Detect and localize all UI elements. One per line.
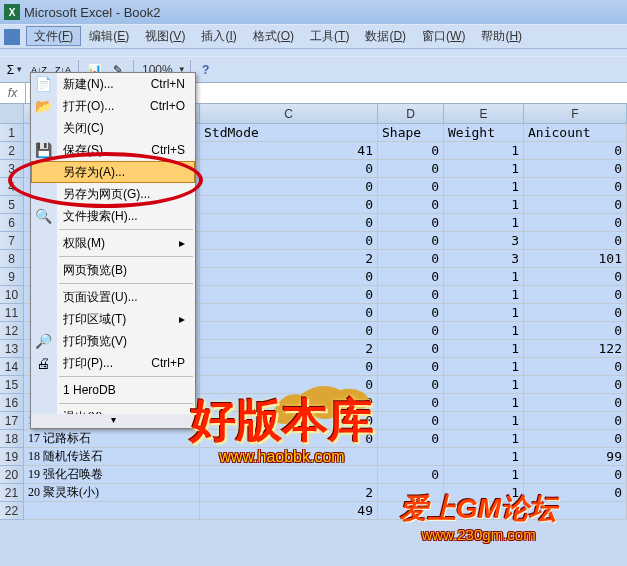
row-header[interactable]: 21 <box>0 484 24 502</box>
sum-button[interactable]: Σ▼ <box>4 59 26 81</box>
menu-v[interactable]: 视图(V) <box>137 26 193 46</box>
cell[interactable]: 0 <box>200 322 378 340</box>
row-header[interactable]: 16 <box>0 394 24 412</box>
menu-item-5[interactable]: 另存为网页(G)... <box>31 183 195 205</box>
menu-h[interactable]: 帮助(H) <box>473 26 530 46</box>
menu-item-14[interactable]: 🔎打印预览(V) <box>31 330 195 352</box>
cell[interactable]: 0 <box>378 466 444 484</box>
cell[interactable]: 99 <box>524 448 627 466</box>
cell[interactable]: 0 <box>378 322 444 340</box>
cell[interactable]: 0 <box>524 196 627 214</box>
cell[interactable]: 0 <box>524 178 627 196</box>
menu-t[interactable]: 工具(T) <box>302 26 357 46</box>
row-header[interactable]: 22 <box>0 502 24 520</box>
row-header-1[interactable]: 1 <box>0 124 24 142</box>
menu-w[interactable]: 窗口(W) <box>414 26 473 46</box>
cell[interactable]: 0 <box>378 412 444 430</box>
row-header[interactable]: 13 <box>0 340 24 358</box>
cell[interactable]: 0 <box>200 196 378 214</box>
cell[interactable]: 0 <box>200 178 378 196</box>
help-button[interactable]: ? <box>195 59 217 81</box>
cell[interactable] <box>24 502 200 520</box>
menu-item-0[interactable]: 📄新建(N)...Ctrl+N <box>31 73 195 95</box>
col-header-F[interactable]: F <box>524 104 627 124</box>
row-header[interactable]: 8 <box>0 250 24 268</box>
cell[interactable]: 1 <box>444 142 524 160</box>
row-header[interactable]: 14 <box>0 358 24 376</box>
cell[interactable]: 0 <box>524 214 627 232</box>
cell[interactable]: 0 <box>378 304 444 322</box>
row-header[interactable]: 5 <box>0 196 24 214</box>
row-header[interactable]: 20 <box>0 466 24 484</box>
cell[interactable]: 0 <box>524 160 627 178</box>
cell[interactable]: 17 记路标石 <box>24 430 200 448</box>
cell[interactable]: 0 <box>200 268 378 286</box>
app-menu-icon[interactable] <box>4 29 20 45</box>
cell[interactable]: 0 <box>524 358 627 376</box>
cell[interactable]: 0 <box>200 304 378 322</box>
cell[interactable]: 0 <box>378 340 444 358</box>
col-header-C[interactable]: C <box>200 104 378 124</box>
cell[interactable]: 0 <box>524 142 627 160</box>
row-header[interactable]: 15 <box>0 376 24 394</box>
cell[interactable]: 0 <box>378 160 444 178</box>
cell[interactable]: 0 <box>378 394 444 412</box>
cell[interactable]: 1 <box>444 160 524 178</box>
cell[interactable]: Shape <box>378 124 444 142</box>
cell[interactable]: 101 <box>524 250 627 268</box>
cell[interactable]: 0 <box>378 430 444 448</box>
cell[interactable]: 1 <box>444 286 524 304</box>
cell[interactable]: 0 <box>524 304 627 322</box>
menu-d[interactable]: 数据(D) <box>357 26 414 46</box>
cell[interactable]: 41 <box>200 142 378 160</box>
cell[interactable]: 2 <box>200 250 378 268</box>
cell[interactable]: 0 <box>378 250 444 268</box>
cell[interactable]: 1 <box>444 412 524 430</box>
cell[interactable]: Anicount <box>524 124 627 142</box>
col-header-D[interactable]: D <box>378 104 444 124</box>
menu-f[interactable]: 文件(F) <box>26 26 81 46</box>
row-header[interactable]: 6 <box>0 214 24 232</box>
cell[interactable]: 0 <box>378 214 444 232</box>
row-header[interactable]: 9 <box>0 268 24 286</box>
cell[interactable]: 1 <box>444 268 524 286</box>
cell[interactable] <box>200 466 378 484</box>
cell[interactable]: 0 <box>524 322 627 340</box>
cell[interactable]: 1 <box>444 304 524 322</box>
menu-expand-icon[interactable]: ▾ <box>31 414 195 428</box>
menu-item-15[interactable]: 🖨打印(P)...Ctrl+P <box>31 352 195 374</box>
menu-item-1[interactable]: 📂打开(O)...Ctrl+O <box>31 95 195 117</box>
cell[interactable]: 0 <box>524 430 627 448</box>
cell[interactable]: 122 <box>524 340 627 358</box>
row-header[interactable]: 17 <box>0 412 24 430</box>
row-header[interactable]: 3 <box>0 160 24 178</box>
cell[interactable]: 0 <box>524 394 627 412</box>
row-header[interactable]: 10 <box>0 286 24 304</box>
cell[interactable]: 0 <box>524 268 627 286</box>
menu-item-3[interactable]: 💾保存(S)Ctrl+S <box>31 139 195 161</box>
cell[interactable]: 0 <box>524 376 627 394</box>
cell[interactable]: 0 <box>200 214 378 232</box>
cell[interactable]: 0 <box>200 160 378 178</box>
cell[interactable]: 2 <box>200 484 378 502</box>
cell[interactable]: 0 <box>524 286 627 304</box>
cell[interactable]: 1 <box>444 322 524 340</box>
cell[interactable]: 1 <box>444 448 524 466</box>
menu-item-10[interactable]: 网页预览(B) <box>31 259 195 281</box>
menu-item-13[interactable]: 打印区域(T)▸ <box>31 308 195 330</box>
cell[interactable]: 1 <box>444 340 524 358</box>
menu-o[interactable]: 格式(O) <box>245 26 302 46</box>
cell[interactable]: 0 <box>524 412 627 430</box>
cell[interactable]: 0 <box>200 232 378 250</box>
menu-item-2[interactable]: 关闭(C) <box>31 117 195 139</box>
cell[interactable]: 0 <box>378 358 444 376</box>
row-header[interactable]: 11 <box>0 304 24 322</box>
cell[interactable]: 1 <box>444 178 524 196</box>
menu-item-6[interactable]: 🔍文件搜索(H)... <box>31 205 195 227</box>
cell[interactable]: 0 <box>378 142 444 160</box>
cell[interactable]: 0 <box>378 268 444 286</box>
cell[interactable]: 0 <box>378 232 444 250</box>
cell[interactable]: 20 聚灵珠(小) <box>24 484 200 502</box>
cell[interactable]: 1 <box>444 376 524 394</box>
cell[interactable]: 0 <box>378 196 444 214</box>
